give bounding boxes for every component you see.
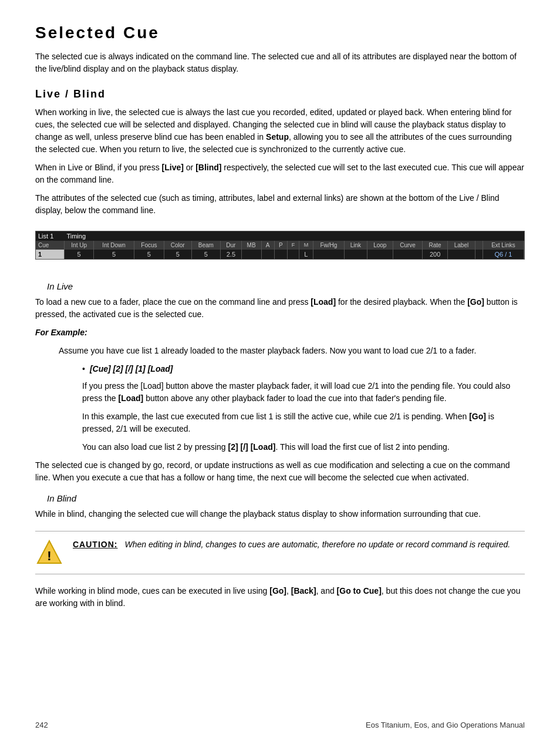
- caution-box: ! CAUTION: When editing in blind, change…: [35, 531, 525, 574]
- col-dur: Dur: [221, 241, 241, 250]
- cue-table-header-row1: List 1 Timing: [36, 231, 524, 241]
- footer-page-number: 242: [35, 721, 48, 729]
- page-title: Selected Cue: [35, 23, 525, 42]
- cell-f: [287, 250, 299, 259]
- cell-label: [447, 250, 475, 259]
- page-footer: 242 Eos Titanium, Eos, and Gio Operation…: [0, 721, 560, 729]
- in-blind-p1: While in blind, changing the selected cu…: [35, 508, 525, 520]
- after-caution-p1: While working in blind mode, cues can be…: [35, 585, 525, 610]
- load-bold-3: [2] [/] [Load]: [228, 442, 276, 452]
- col-color: Color: [164, 241, 191, 250]
- cell-m: L: [299, 250, 313, 259]
- after-bullet-p2: In this example, the last cue executed f…: [35, 410, 525, 435]
- load-bold-2: [Load]: [118, 393, 143, 403]
- col-int-down: Int Down: [94, 241, 134, 250]
- col-curve: Curve: [393, 241, 422, 250]
- col-ext-links: Ext Links: [483, 241, 524, 250]
- cue-table-header-row2: Cue Int Up Int Down Focus Color Beam Dur…: [36, 241, 524, 250]
- list-header: List 1: [36, 231, 64, 241]
- bullet-text: [Cue] [2] [/] [1] [Load]: [90, 363, 173, 375]
- cell-dur: 2.5: [221, 250, 241, 259]
- cell-focus: 5: [134, 250, 164, 259]
- subsection-title-in-blind: In Blind: [35, 493, 525, 503]
- col-beam: Beam: [191, 241, 221, 250]
- example-text: Assume you have cue list 1 already loade…: [35, 345, 525, 357]
- blind-bold: [Blind]: [195, 163, 221, 172]
- col-cue: Cue: [36, 241, 64, 250]
- section-title-live-blind: Live / Blind: [35, 88, 525, 100]
- go-to-cue-bold: [Go to Cue]: [337, 586, 382, 595]
- col-p: P: [274, 241, 287, 250]
- cell-cue: 1: [36, 250, 64, 259]
- cell-color: 5: [164, 250, 191, 259]
- cue-data-row: 1 5 5 5 5 5 2.5 L 200 Q6 / 1: [36, 250, 524, 259]
- intro-paragraph: The selected cue is always indicated on …: [35, 51, 525, 75]
- go-bold-1: [Go]: [467, 297, 484, 307]
- bullet-cue-load: • [Cue] [2] [/] [1] [Load]: [35, 363, 525, 375]
- in-live-p1: To load a new cue to a fader, place the …: [35, 296, 525, 321]
- warning-triangle-icon: !: [35, 539, 63, 567]
- col-rate: Rate: [423, 241, 448, 250]
- cell-p: [274, 250, 287, 259]
- col-label: Label: [447, 241, 475, 250]
- setup-bold: Setup: [266, 132, 289, 142]
- live-bold: [Live]: [162, 163, 184, 172]
- cue-table: List 1 Timing Cue Int Up Int Down Focus …: [36, 231, 524, 259]
- go-bold-3: [Go]: [269, 586, 286, 595]
- col-blank: [475, 241, 483, 250]
- col-link: Link: [345, 241, 367, 250]
- cell-blank: [475, 250, 483, 259]
- svg-text:!: !: [47, 549, 51, 563]
- cell-mb: [241, 250, 261, 259]
- back-bold: [Back]: [291, 586, 316, 595]
- col-focus: Focus: [134, 241, 164, 250]
- live-blind-p3: The attributes of the selected cue (such…: [35, 192, 525, 217]
- between-sections-p1: The selected cue is changed by go, recor…: [35, 459, 525, 484]
- cell-ext-links: Q6 / 1: [483, 250, 524, 259]
- timing-header: Timing: [64, 231, 524, 241]
- cell-link: [345, 250, 367, 259]
- cell-int-down: 5: [94, 250, 134, 259]
- caution-content: CAUTION: When editing in blind, changes …: [73, 539, 510, 551]
- cue-table-wrapper: List 1 Timing Cue Int Up Int Down Focus …: [35, 231, 525, 260]
- caution-icon: !: [35, 539, 63, 567]
- load-bold-1: [Load]: [311, 297, 336, 307]
- cell-curve: [393, 250, 422, 259]
- caution-label: CAUTION:: [73, 539, 117, 551]
- cell-int-up: 5: [64, 250, 93, 259]
- live-blind-p2: When in Live or Blind, if you press [Liv…: [35, 161, 525, 186]
- subsection-title-in-live: In Live: [35, 281, 525, 291]
- col-mb: MB: [241, 241, 261, 250]
- col-f: F: [287, 241, 299, 250]
- for-example-label: For Example:: [35, 327, 525, 339]
- after-bullet-p1: If you press the [Load] button above the…: [35, 380, 525, 405]
- col-int-up: Int Up: [64, 241, 93, 250]
- go-bold-2: [Go]: [469, 412, 486, 421]
- col-a: A: [261, 241, 274, 250]
- footer-manual-name: Eos Titanium, Eos, and Gio Operations Ma…: [366, 721, 525, 729]
- cell-rate: 200: [423, 250, 448, 259]
- caution-text: When editing in blind, changes to cues a…: [124, 539, 510, 551]
- after-bullet-p3: You can also load cue list 2 by pressing…: [35, 441, 525, 453]
- bullet-dot: •: [82, 363, 85, 375]
- col-fwhg: Fw/Hg: [313, 241, 345, 250]
- live-blind-p1: When working in live, the selected cue i…: [35, 106, 525, 156]
- cell-beam: 5: [191, 250, 221, 259]
- cell-fwhg: [313, 250, 345, 259]
- cell-a: [261, 250, 274, 259]
- col-loop: Loop: [367, 241, 393, 250]
- cell-loop: [367, 250, 393, 259]
- col-m: M: [299, 241, 313, 250]
